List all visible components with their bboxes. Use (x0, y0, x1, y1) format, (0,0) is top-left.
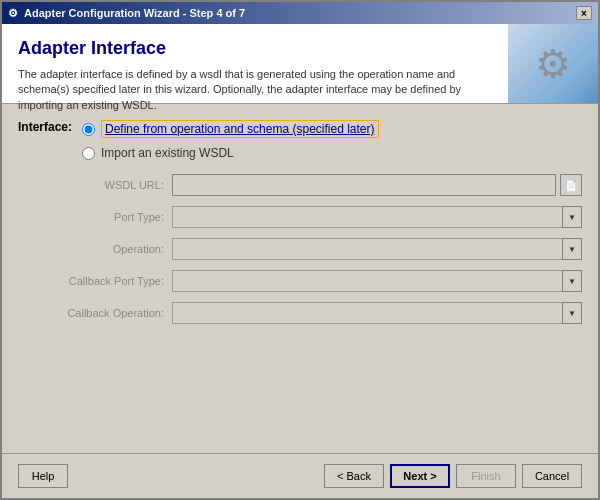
wsdl-url-row: WSDL URL: 📄 (42, 174, 582, 196)
callback-port-type-select[interactable] (172, 270, 582, 292)
radio-option-2: Import an existing WSDL (82, 146, 378, 160)
title-bar-left: ⚙ Adapter Configuration Wizard - Step 4 … (8, 7, 245, 20)
port-type-label: Port Type: (42, 211, 172, 223)
next-button[interactable]: Next > (390, 464, 450, 488)
interface-label: Interface: (18, 120, 72, 134)
callback-port-type-label: Callback Port Type: (42, 275, 172, 287)
radio-import-label: Import an existing WSDL (101, 146, 234, 160)
port-type-select[interactable] (172, 206, 582, 228)
footer: Help < Back Next > Finish Cancel (2, 453, 598, 498)
radio-import[interactable] (82, 147, 95, 160)
radio-define-label: Define from operation and schema (specif… (101, 120, 378, 138)
port-type-row: Port Type: ▼ (42, 206, 582, 228)
callback-port-type-row: Callback Port Type: ▼ (42, 270, 582, 292)
wsdl-url-input[interactable] (172, 174, 556, 196)
browse-button[interactable]: 📄 (560, 174, 582, 196)
operation-row: Operation: ▼ (42, 238, 582, 260)
back-button[interactable]: < Back (324, 464, 384, 488)
callback-operation-label: Callback Operation: (42, 307, 172, 319)
form-fields: WSDL URL: 📄 Port Type: ▼ (42, 174, 582, 324)
port-type-dropdown-wrapper: ▼ (172, 206, 582, 228)
radio-option-1: Define from operation and schema (specif… (82, 120, 378, 138)
content-area: Adapter Interface The adapter interface … (2, 24, 598, 498)
interface-row: Interface: Define from operation and sch… (18, 120, 582, 168)
operation-label: Operation: (42, 243, 172, 255)
main-form: Interface: Define from operation and sch… (2, 104, 598, 453)
close-button[interactable]: × (576, 6, 592, 20)
operation-dropdown-wrapper: ▼ (172, 238, 582, 260)
footer-buttons: < Back Next > Finish Cancel (324, 464, 582, 488)
cancel-button[interactable]: Cancel (522, 464, 582, 488)
wsdl-url-label: WSDL URL: (42, 179, 172, 191)
finish-button[interactable]: Finish (456, 464, 516, 488)
operation-select[interactable] (172, 238, 582, 260)
wizard-window: ⚙ Adapter Configuration Wizard - Step 4 … (0, 0, 600, 500)
radio-define[interactable] (82, 123, 95, 136)
header-text-area: Adapter Interface The adapter interface … (2, 24, 508, 103)
header-title: Adapter Interface (18, 38, 492, 59)
window-title: Adapter Configuration Wizard - Step 4 of… (24, 7, 245, 19)
callback-operation-dropdown-wrapper: ▼ (172, 302, 582, 324)
callback-operation-row: Callback Operation: ▼ (42, 302, 582, 324)
help-button[interactable]: Help (18, 464, 68, 488)
title-bar: ⚙ Adapter Configuration Wizard - Step 4 … (2, 2, 598, 24)
app-icon: ⚙ (8, 7, 18, 20)
callback-operation-select[interactable] (172, 302, 582, 324)
header-image: ⚙ (508, 24, 598, 103)
radio-group: Define from operation and schema (specif… (82, 120, 378, 168)
header-banner: Adapter Interface The adapter interface … (2, 24, 598, 104)
browse-icon: 📄 (565, 180, 577, 191)
gear-icon: ⚙ (535, 41, 571, 87)
callback-port-type-dropdown-wrapper: ▼ (172, 270, 582, 292)
wsdl-url-input-wrapper: 📄 (172, 174, 582, 196)
